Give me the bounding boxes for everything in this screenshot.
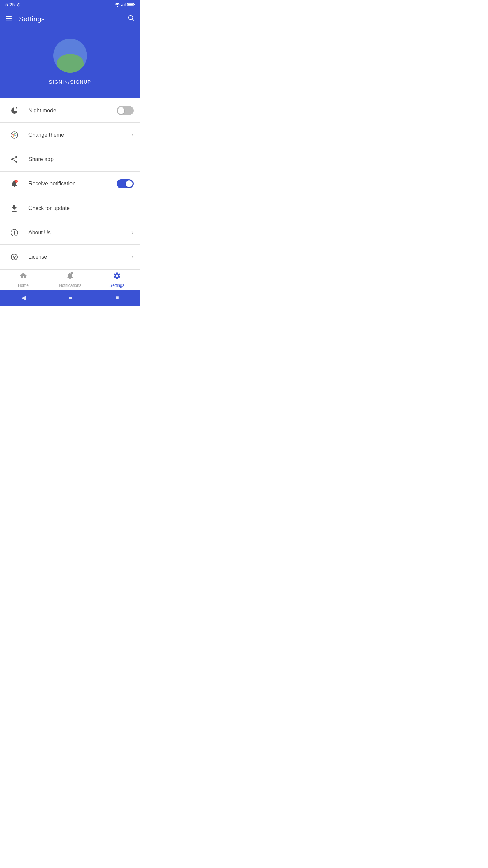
avatar-shape	[57, 54, 84, 73]
status-time: 5:25	[5, 2, 15, 7]
night-mode-icon	[7, 106, 22, 115]
svg-rect-0	[121, 5, 122, 6]
license-label: License	[28, 254, 131, 260]
header-section: SIGNIN/SIGNUP	[0, 28, 140, 98]
settings-list: Night mode Change theme ›	[0, 98, 140, 269]
settings-item-receive-notification[interactable]: ! Receive notification	[0, 172, 140, 196]
app-bar: ☰ Settings	[0, 9, 140, 28]
svg-point-11	[17, 109, 17, 110]
settings-item-license[interactable]: License ›	[0, 245, 140, 269]
change-theme-action: ›	[131, 131, 134, 138]
receive-notification-toggle-container[interactable]	[117, 179, 134, 188]
home-button[interactable]: ●	[69, 294, 73, 301]
svg-rect-6	[134, 4, 135, 5]
receive-notification-icon: !	[7, 180, 22, 188]
status-app-icon: ⊙	[17, 2, 21, 7]
signal-icon	[121, 3, 126, 7]
check-update-icon	[7, 204, 22, 212]
home-nav-label: Home	[18, 283, 29, 288]
svg-rect-5	[128, 4, 133, 6]
svg-point-30	[14, 255, 15, 257]
notifications-nav-label: Notifications	[59, 283, 81, 288]
night-mode-toggle-container[interactable]	[117, 106, 134, 115]
change-theme-label: Change theme	[28, 132, 131, 138]
svg-point-31	[71, 272, 73, 274]
svg-point-28	[14, 230, 15, 231]
bottom-nav: Home Notifications Settings	[0, 269, 140, 290]
svg-point-19	[11, 158, 13, 160]
about-us-chevron-icon: ›	[131, 229, 134, 236]
share-app-icon	[7, 155, 22, 163]
recent-button[interactable]: ■	[115, 294, 119, 301]
receive-notification-toggle-thumb	[126, 180, 133, 187]
svg-point-20	[15, 161, 17, 163]
home-icon	[19, 272, 27, 282]
svg-point-18	[15, 156, 17, 158]
change-theme-icon	[7, 131, 22, 139]
check-update-label: Check for update	[28, 205, 134, 211]
license-action: ›	[131, 253, 134, 260]
change-theme-chevron-icon: ›	[131, 131, 134, 138]
system-nav-bar: ◀ ● ■	[0, 290, 140, 306]
nav-item-notifications[interactable]: Notifications	[47, 270, 94, 290]
license-icon	[7, 253, 22, 261]
back-button[interactable]: ◀	[21, 294, 26, 301]
svg-point-14	[14, 133, 16, 134]
about-us-icon	[7, 229, 22, 237]
nav-item-home[interactable]: Home	[0, 270, 47, 290]
settings-nav-label: Settings	[109, 283, 124, 288]
svg-line-8	[132, 19, 134, 21]
notifications-icon	[66, 272, 74, 282]
settings-item-about-us[interactable]: About Us ›	[0, 220, 140, 245]
status-right	[115, 3, 135, 7]
settings-item-share-app[interactable]: Share app	[0, 147, 140, 172]
app-bar-title: Settings	[19, 15, 45, 23]
about-us-action: ›	[131, 229, 134, 236]
svg-rect-2	[124, 4, 124, 6]
svg-rect-1	[123, 4, 123, 6]
settings-item-change-theme[interactable]: Change theme ›	[0, 123, 140, 147]
nav-item-settings[interactable]: Settings	[94, 270, 140, 290]
svg-point-13	[12, 134, 14, 135]
svg-point-10	[17, 108, 18, 109]
status-left: 5:25 ⊙	[5, 2, 21, 7]
night-mode-toggle[interactable]	[117, 106, 134, 115]
svg-rect-25	[12, 211, 17, 212]
receive-notification-toggle[interactable]	[117, 179, 134, 188]
night-mode-label: Night mode	[28, 107, 117, 114]
svg-rect-3	[125, 3, 126, 6]
search-icon[interactable]	[127, 14, 135, 24]
svg-point-15	[15, 135, 16, 136]
share-app-label: Share app	[28, 156, 134, 162]
svg-point-9	[16, 107, 17, 108]
license-chevron-icon: ›	[131, 253, 134, 260]
signin-signup-button[interactable]: SIGNIN/SIGNUP	[49, 79, 91, 85]
avatar[interactable]	[53, 39, 87, 73]
battery-icon	[127, 3, 135, 7]
settings-item-night-mode[interactable]: Night mode	[0, 98, 140, 123]
night-mode-toggle-thumb	[118, 107, 124, 114]
settings-icon	[113, 272, 121, 282]
receive-notification-label: Receive notification	[28, 181, 117, 187]
app-bar-actions	[127, 14, 135, 24]
svg-line-21	[13, 160, 16, 161]
svg-point-17	[14, 134, 15, 136]
svg-line-22	[13, 157, 16, 159]
wifi-icon	[115, 3, 120, 7]
menu-icon[interactable]: ☰	[5, 15, 12, 23]
status-bar: 5:25 ⊙	[0, 0, 140, 9]
settings-item-check-update[interactable]: Check for update	[0, 196, 140, 220]
about-us-label: About Us	[28, 230, 131, 236]
